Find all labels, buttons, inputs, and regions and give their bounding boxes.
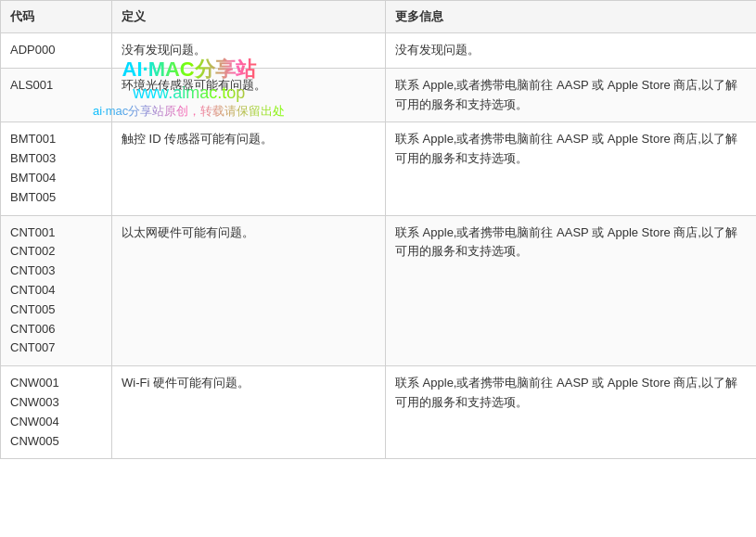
- definition-cell: 以太网硬件可能有问题。: [112, 215, 386, 366]
- more-cell: 联系 Apple,或者携带电脑前往 AASP 或 Apple Store 商店,…: [386, 68, 757, 122]
- table-row: ALS001环境光传感器可能有问题。联系 Apple,或者携带电脑前往 AASP…: [1, 68, 757, 122]
- definition-cell: 触控 ID 传感器可能有问题。: [112, 122, 386, 215]
- more-cell: 联系 Apple,或者携带电脑前往 AASP 或 Apple Store 商店,…: [386, 366, 757, 459]
- table-header-row: 代码 定义 更多信息: [1, 1, 757, 33]
- code-cell: CNT001 CNT002 CNT003 CNT004 CNT005 CNT00…: [1, 215, 112, 366]
- more-cell: 联系 Apple,或者携带电脑前往 AASP 或 Apple Store 商店,…: [386, 122, 757, 215]
- table-row: CNW001 CNW003 CNW004 CNW005Wi-Fi 硬件可能有问题…: [1, 366, 757, 459]
- definition-cell: 环境光传感器可能有问题。: [112, 68, 386, 122]
- code-cell: ADP000: [1, 33, 112, 69]
- table-row: ADP000没有发现问题。没有发现问题。: [1, 33, 757, 69]
- code-cell: CNW001 CNW003 CNW004 CNW005: [1, 366, 112, 459]
- header-more: 更多信息: [386, 1, 757, 33]
- main-table: 代码 定义 更多信息 ADP000没有发现问题。没有发现问题。ALS001环境光…: [0, 0, 756, 459]
- code-cell: ALS001: [1, 68, 112, 122]
- header-definition: 定义: [112, 1, 386, 33]
- more-cell: 没有发现问题。: [386, 33, 757, 69]
- table-row: BMT001 BMT003 BMT004 BMT005触控 ID 传感器可能有问…: [1, 122, 757, 215]
- more-cell: 联系 Apple,或者携带电脑前往 AASP 或 Apple Store 商店,…: [386, 215, 757, 366]
- definition-cell: 没有发现问题。: [112, 33, 386, 69]
- table-row: CNT001 CNT002 CNT003 CNT004 CNT005 CNT00…: [1, 215, 757, 366]
- definition-cell: Wi-Fi 硬件可能有问题。: [112, 366, 386, 459]
- code-cell: BMT001 BMT003 BMT004 BMT005: [1, 122, 112, 215]
- header-code: 代码: [1, 1, 112, 33]
